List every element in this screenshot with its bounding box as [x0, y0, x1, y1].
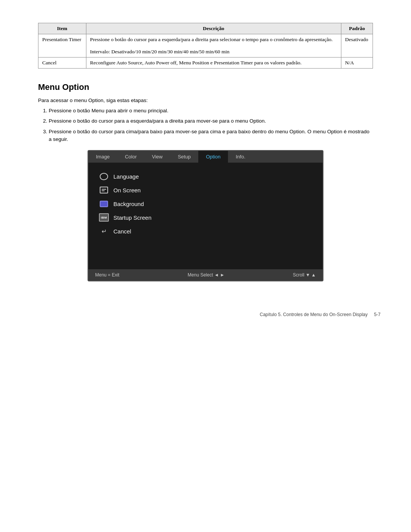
proj-nav-item-view: View [144, 151, 170, 163]
steps-list: Pressione o botão Menu para abrir o menu… [49, 107, 373, 143]
footer-center: Menu Select ◄ ► [188, 272, 225, 278]
footer-page: 5-7 [374, 312, 381, 317]
table-row-item: Presentation Timer [38, 34, 86, 58]
projector-menu-body: LanguageOn ScreenBackgroundIBMStartup Sc… [88, 163, 323, 269]
proj-nav-item-option: Option [198, 151, 228, 163]
proj-menu-label: Startup Screen [113, 214, 151, 221]
section-intro: Para acessar o menu Option, siga estas e… [38, 97, 373, 103]
col-header-item: Item [38, 23, 86, 34]
settings-table: Item Descrição Padrão Presentation Timer… [38, 23, 373, 69]
proj-nav-item-setup: Setup [170, 151, 198, 163]
proj-menu-item-cancel: ↵Cancel [97, 224, 314, 238]
projector-ui-mockup: ImageColorViewSetupOptionInfo. LanguageO… [88, 150, 323, 281]
proj-menu-item-language: Language [97, 169, 314, 183]
proj-nav-item-image: Image [88, 151, 117, 163]
section-title: Menu Option [38, 82, 373, 92]
proj-nav-item-info: Info. [228, 151, 253, 163]
proj-icon-return: ↵ [99, 227, 109, 235]
table-row-padrao: Desativado [341, 34, 373, 58]
table-row-padrao: N/A [341, 58, 373, 69]
table-row-item: Cancel [38, 58, 86, 69]
proj-menu-label: On Screen [113, 187, 141, 193]
step-item: Pressione o botão do cursor para a esque… [49, 117, 373, 125]
footer-left: Menu = Exit [95, 272, 119, 278]
page-footer: Capítulo 5. Controles de Menu do On-Scre… [30, 312, 381, 317]
proj-icon-onscreen [99, 186, 109, 194]
projector-footer: Menu = Exit Menu Select ◄ ► Scroll ▼ ▲ [88, 269, 323, 281]
step-item: Pressione o botão Menu para abrir o menu… [49, 107, 373, 115]
proj-menu-label: Background [113, 201, 144, 207]
proj-menu-item-on-screen: On Screen [97, 183, 314, 197]
proj-menu-label: Cancel [113, 228, 131, 235]
col-header-padrao: Padrão [341, 23, 373, 34]
proj-nav-item-color: Color [117, 151, 144, 163]
proj-icon-background [99, 200, 109, 208]
proj-menu-label: Language [113, 173, 139, 180]
step-item: Pressione o botão do cursor para cima/pa… [49, 128, 373, 144]
footer-chapter: Capítulo 5. Controles de Menu do On-Scre… [260, 312, 368, 317]
proj-menu-item-background: Background [97, 197, 314, 211]
proj-icon-ibm: IBM [99, 213, 109, 222]
proj-icon-speech [99, 172, 109, 181]
footer-right: Scroll ▼ ▲ [293, 272, 316, 278]
proj-menu-item-startup-screen: IBMStartup Screen [97, 211, 314, 224]
col-header-descricao: Descrição [86, 23, 341, 34]
projector-nav: ImageColorViewSetupOptionInfo. [88, 151, 323, 163]
table-row-descricao: Pressione o botão do cursor para a esque… [86, 34, 341, 58]
table-row-descricao: Reconfigure Auto Source, Auto Power off,… [86, 58, 341, 69]
